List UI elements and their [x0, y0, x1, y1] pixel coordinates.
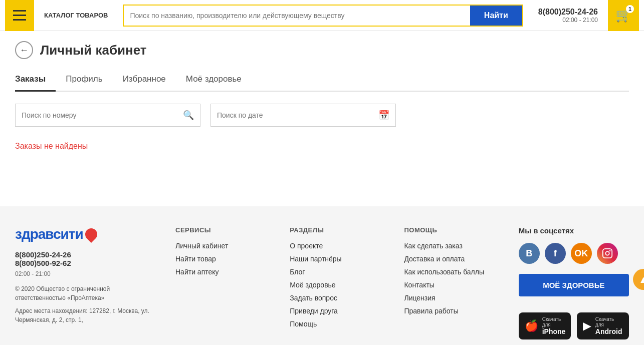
social-icons-row: В f OK [519, 243, 629, 264]
footer-phones: 8(800)250-24-26 8(800)500-92-62 [15, 250, 155, 267]
footer-link-about[interactable]: О проекте [290, 242, 384, 250]
order-number-search: 🔍 [15, 104, 200, 127]
footer-link-contacts[interactable]: Контакты [404, 281, 498, 289]
google-play-sub: Скачать для [595, 316, 623, 327]
footer-link-license[interactable]: Лицензия [404, 294, 498, 302]
menu-button[interactable] [5, 0, 34, 31]
footer-link-delivery[interactable]: Доставка и оплата [404, 255, 498, 263]
orders-search-row: 🔍 📅 [15, 104, 629, 127]
social-title: Мы в соцсетях [519, 226, 629, 235]
phone-hours: 02:00 - 21:00 [538, 17, 598, 24]
footer-social-col: Мы в соцсетях В f OK МОЁ ЗДОРОВЬЕ ▲ [519, 226, 629, 339]
app-buttons: 🍎 Скачать для iPhone ▶ Скачать для Andro… [519, 312, 629, 339]
catalog-label: КАТАЛОГ ТОВАРОВ [34, 12, 118, 19]
footer-link-moe-zdorovye[interactable]: Моё здоровье [290, 281, 384, 289]
search-button[interactable]: Найти [470, 6, 522, 26]
footer-sections-col: РАЗДЕЛЫ О проекте Наши партнёры Блог Моё… [290, 226, 384, 339]
footer-sections-title: РАЗДЕЛЫ [290, 226, 384, 234]
svg-rect-0 [602, 249, 611, 258]
order-date-search: 📅 [210, 104, 396, 127]
footer-help-title: ПОМОЩЬ [404, 226, 498, 234]
footer-link-points[interactable]: Как использовать баллы [404, 268, 498, 276]
app-store-sub: Скачать для [542, 316, 566, 327]
google-play-text: Скачать для Android [595, 316, 623, 335]
footer: здравсити 8(800)250-24-26 8(800)500-92-6… [0, 206, 644, 345]
footer-logo: здравсити [15, 226, 155, 242]
app-store-name: iPhone [542, 327, 566, 335]
svg-point-2 [609, 250, 610, 252]
footer-link-find-pharmacy[interactable]: Найти аптеку [175, 268, 270, 276]
footer-address: Адрес места нахождения: 127282, г. Москв… [15, 306, 155, 324]
footer-link-blog[interactable]: Блог [290, 268, 384, 276]
google-play-button[interactable]: ▶ Скачать для Android [577, 312, 629, 339]
footer-phone-2: 8(800)500-92-62 [15, 259, 155, 267]
footer-link-find-product[interactable]: Найти товар [175, 255, 270, 263]
footer-services-col: СЕРВИСЫ Личный кабинет Найти товар Найти… [175, 226, 270, 339]
no-orders-message: Заказы не найдены [15, 142, 629, 151]
footer-hours: 02:00 - 21:00 [15, 270, 155, 277]
footer-legal: © 2020 Общество с ограниченной ответстве… [15, 284, 155, 302]
footer-phone-1: 8(800)250-24-26 [15, 250, 155, 259]
instagram-icon[interactable] [597, 243, 618, 264]
order-number-input[interactable] [22, 111, 183, 119]
order-date-input[interactable] [217, 111, 378, 119]
footer-link-how-order[interactable]: Как сделать заказ [404, 242, 498, 250]
footer-link-referral[interactable]: Приведи друга [290, 307, 384, 315]
app-store-text: Скачать для iPhone [542, 316, 566, 335]
android-icon: ▶ [583, 319, 591, 332]
tab-health[interactable]: Моё здоровье [186, 69, 252, 91]
cart-badge: 1 [626, 5, 634, 13]
facebook-icon[interactable]: f [545, 243, 566, 264]
tab-favorites[interactable]: Избранное [123, 69, 176, 91]
main-content: ← Личный кабинет Заказы Профиль Избранно… [0, 31, 644, 206]
tab-orders[interactable]: Заказы [15, 69, 56, 92]
apple-icon: 🍎 [525, 319, 538, 332]
footer-link-help[interactable]: Помощь [290, 320, 384, 328]
odnoklassniki-icon[interactable]: OK [571, 243, 592, 264]
header-phone: 8(800)250-24-26 02:00 - 21:00 [538, 8, 598, 24]
vk-icon[interactable]: В [519, 243, 540, 264]
cart-button[interactable]: 🛒 1 [608, 0, 639, 31]
footer-link-partners[interactable]: Наши партнёры [290, 255, 384, 263]
back-icon: ← [20, 45, 29, 56]
calendar-icon: 📅 [378, 110, 389, 121]
google-play-name: Android [595, 327, 623, 335]
page-title: Личный кабинет [40, 43, 147, 58]
svg-point-1 [605, 251, 609, 255]
footer-link-rules[interactable]: Правила работы [404, 307, 498, 315]
logo-leaf-icon [83, 226, 100, 243]
footer-link-cabinet[interactable]: Личный кабинет [175, 242, 270, 250]
footer-link-ask[interactable]: Задать вопрос [290, 294, 384, 302]
app-store-button[interactable]: 🍎 Скачать для iPhone [519, 312, 571, 339]
tab-profile[interactable]: Профиль [66, 69, 112, 91]
page-header: ← Личный кабинет [15, 41, 629, 59]
search-input[interactable] [124, 6, 470, 26]
search-icon: 🔍 [183, 110, 194, 121]
back-button[interactable]: ← [15, 41, 33, 59]
footer-top: здравсити 8(800)250-24-26 8(800)500-92-6… [15, 226, 629, 339]
footer-services-title: СЕРВИСЫ [175, 226, 270, 234]
moe-zdorovye-button[interactable]: МОЁ ЗДОРОВЬЕ [519, 274, 629, 296]
footer-help-col: ПОМОЩЬ Как сделать заказ Доставка и опла… [404, 226, 498, 339]
tabs-nav: Заказы Профиль Избранное Моё здоровье [15, 69, 629, 92]
search-bar: Найти [123, 5, 523, 27]
logo-text: здравсити [15, 226, 83, 242]
footer-brand: здравсити 8(800)250-24-26 8(800)500-92-6… [15, 226, 155, 339]
header: КАТАЛОГ ТОВАРОВ Найти 8(800)250-24-26 02… [0, 0, 644, 31]
scroll-top-button[interactable]: ▲ [633, 269, 644, 290]
phone-number: 8(800)250-24-26 [538, 8, 598, 17]
